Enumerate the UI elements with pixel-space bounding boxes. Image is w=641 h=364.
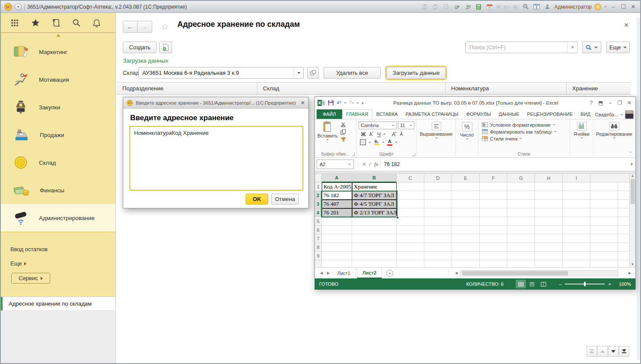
- excel-restore-icon[interactable]: ❐: [616, 100, 623, 106]
- zoom-in-icon[interactable]: +: [608, 281, 611, 287]
- dialog-close-icon[interactable]: ✕: [301, 100, 305, 106]
- col-header-e[interactable]: E: [452, 174, 480, 182]
- view-page-layout-button[interactable]: [527, 280, 537, 288]
- cancel-entry-icon[interactable]: ✕: [362, 161, 366, 167]
- col-header-b[interactable]: B: [352, 174, 397, 182]
- empty-cell[interactable]: [322, 217, 352, 226]
- print-icon[interactable]: [432, 3, 439, 10]
- horizontal-scrollbar[interactable]: ◀: [460, 270, 618, 276]
- empty-cell[interactable]: [352, 252, 397, 260]
- tab-data[interactable]: ДАННЫЕ: [495, 109, 523, 119]
- warehouse-choose-button[interactable]: [307, 67, 319, 79]
- column-header-division[interactable]: Подразделение: [117, 83, 257, 94]
- cell-a2-active[interactable]: 76 182: [322, 191, 352, 200]
- ok-button[interactable]: OK: [246, 194, 268, 204]
- sheet-prev-icon[interactable]: ◀: [318, 271, 324, 275]
- hscroll-left-icon[interactable]: ◀: [453, 271, 459, 275]
- sidebar-item-administration[interactable]: Администрирование: [1, 204, 115, 232]
- cell-styles-button[interactable]: Стили ячеек: [482, 136, 570, 141]
- cell-b3[interactable]: Ф 4/5 ТОРГ ЗАЛ: [352, 200, 397, 208]
- row-header-1[interactable]: 1: [315, 182, 322, 191]
- empty-cells[interactable]: [397, 217, 635, 226]
- view-page-break-button[interactable]: [538, 280, 548, 288]
- col-header-h[interactable]: H: [535, 174, 563, 182]
- hscroll-thumb[interactable]: [462, 271, 568, 275]
- borders-icon[interactable]: [360, 139, 366, 145]
- close-form-icon[interactable]: ✕: [624, 22, 629, 29]
- info-button[interactable]: i: [595, 3, 601, 10]
- conditional-formatting-button[interactable]: Условное форматирование: [482, 122, 570, 128]
- empty-cell[interactable]: [352, 243, 397, 252]
- sidebar-item-warehouse[interactable]: Склад: [1, 149, 115, 176]
- sections-menu-icon[interactable]: [10, 19, 19, 27]
- close-button[interactable]: ✕: [630, 3, 637, 10]
- row-header-6[interactable]: 6: [315, 226, 322, 234]
- number-format-button[interactable]: % Число: [456, 119, 478, 140]
- row-header-5[interactable]: 5: [315, 217, 322, 226]
- search-button[interactable]: [582, 42, 601, 53]
- copy-icon[interactable]: [340, 129, 346, 135]
- row-header-3[interactable]: 3: [315, 200, 322, 208]
- column-header-storage[interactable]: Хранение: [567, 83, 631, 94]
- empty-cell[interactable]: [322, 226, 352, 234]
- info-dropdown-icon[interactable]: [604, 6, 607, 7]
- sheet-next-icon[interactable]: ▶: [325, 271, 331, 275]
- empty-cell[interactable]: [322, 252, 352, 260]
- col-header-i[interactable]: I: [563, 174, 590, 182]
- fill-color-button[interactable]: [374, 139, 379, 145]
- service-button[interactable]: Сервис: [11, 273, 50, 284]
- row-header-7[interactable]: 7: [315, 234, 322, 243]
- account-menu[interactable]: Свадеба...: [595, 110, 635, 119]
- zoom-out-icon[interactable]: –: [559, 281, 561, 287]
- paste-button[interactable]: Вставить: [317, 121, 338, 142]
- favorite-star-icon[interactable]: ☆: [161, 22, 169, 32]
- forward-button[interactable]: →: [138, 21, 152, 33]
- fill-handle[interactable]: [396, 216, 399, 219]
- tab-file[interactable]: ФАЙЛ: [317, 109, 342, 119]
- column-header-nomenclature[interactable]: Номенклатура: [445, 83, 567, 94]
- font-name-combo[interactable]: Cambria: [359, 121, 397, 129]
- save-icon[interactable]: [421, 3, 429, 10]
- cell-b1[interactable]: Хранение: [352, 182, 397, 191]
- calculator-icon[interactable]: [475, 3, 483, 10]
- format-as-table-button[interactable]: Форматировать как таблицу: [482, 129, 570, 134]
- zoom-slider[interactable]: [565, 284, 605, 284]
- insert-function-icon[interactable]: fx: [374, 161, 378, 168]
- empty-cells[interactable]: [397, 226, 635, 234]
- load-data-button[interactable]: Загрузить данные: [387, 67, 445, 79]
- excel-undo-icon[interactable]: ↶: [337, 100, 341, 106]
- sidebar-link-more[interactable]: Еще: [10, 260, 115, 267]
- address-storage-textarea[interactable]: НоменклатураКод Хранение: [129, 126, 303, 191]
- memory-mminus-button[interactable]: M-: [513, 4, 519, 10]
- open-window-tab[interactable]: Адресное хранение по складам: [1, 297, 115, 310]
- font-size-combo[interactable]: 11: [398, 121, 414, 129]
- memory-mplus-button[interactable]: M+: [503, 4, 510, 10]
- cancel-button[interactable]: Отмена: [271, 194, 299, 204]
- empty-cells[interactable]: [397, 191, 635, 200]
- empty-cell[interactable]: [322, 260, 352, 267]
- name-box[interactable]: A2: [317, 160, 354, 169]
- go-first-button[interactable]: [587, 346, 597, 357]
- tab-splitter[interactable]: ⋮: [446, 270, 451, 276]
- excel-help-icon[interactable]: ?: [588, 100, 595, 106]
- zoom-icon[interactable]: [522, 3, 529, 10]
- shrink-font-button[interactable]: А̌: [398, 132, 405, 137]
- dialog-launcher-icon[interactable]: [412, 153, 415, 156]
- zoom-knob[interactable]: [584, 282, 586, 286]
- create-button[interactable]: Создать: [123, 42, 157, 53]
- cut-icon[interactable]: [340, 122, 346, 128]
- format-painter-icon[interactable]: [340, 137, 346, 142]
- empty-cells[interactable]: [397, 208, 635, 217]
- favorites-star-icon[interactable]: [31, 19, 40, 27]
- go-link-icon[interactable]: [464, 3, 472, 10]
- empty-cell[interactable]: [322, 234, 352, 243]
- cell-b4[interactable]: Ф 2/13 ТОРГ ЗАЛ: [352, 208, 397, 217]
- tab-review[interactable]: РЕЦЕНЗИРОВАНИЕ: [523, 109, 577, 119]
- scroll-down-icon[interactable]: ▼: [631, 262, 635, 267]
- col-header-d[interactable]: D: [424, 174, 452, 182]
- empty-cells[interactable]: [397, 252, 635, 260]
- dialog-launcher-icon[interactable]: [352, 153, 355, 156]
- row-header-8[interactable]: 8: [315, 243, 322, 252]
- print-preview-icon[interactable]: [442, 3, 450, 10]
- empty-cell[interactable]: [322, 243, 352, 252]
